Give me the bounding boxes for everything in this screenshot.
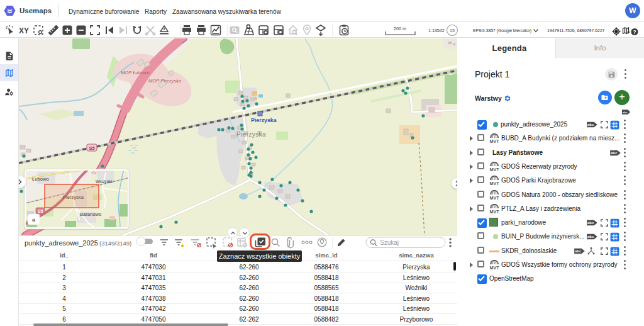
svg-text:1:13542: 1:13542	[428, 28, 445, 33]
svg-text:abc: abc	[587, 123, 594, 126]
svg-text:Szukaj: Szukaj	[380, 239, 399, 246]
svg-text:MVT: MVT	[489, 195, 499, 201]
svg-text:1947911.7526, 6890797.6227: 1947911.7526, 6890797.6227	[547, 28, 605, 33]
svg-text:15: 15	[450, 28, 455, 33]
svg-text:abc: abc	[575, 249, 582, 253]
svg-text:MVT: MVT	[489, 181, 499, 186]
svg-text:MOP Łubowo: MOP Łubowo	[121, 70, 150, 76]
svg-text:XY: XY	[19, 26, 29, 35]
svg-text:abc: abc	[587, 235, 594, 239]
svg-text:MVT: MVT	[489, 209, 499, 215]
svg-text:Woźniki: Woźniki	[96, 179, 113, 184]
svg-text:«: «	[32, 216, 36, 223]
svg-text:abc: abc	[611, 151, 618, 155]
svg-text:Pierzyska: Pierzyska	[251, 117, 277, 123]
svg-text:MOP Pierzyska: MOP Pierzyska	[148, 78, 181, 84]
svg-text:Baranowo: Baranowo	[80, 211, 101, 217]
svg-text:MVT: MVT	[489, 138, 499, 144]
svg-text:abc: abc	[587, 221, 594, 225]
svg-text:?: ?	[633, 29, 636, 35]
svg-text:Pierzyska: Pierzyska	[236, 131, 266, 138]
svg-text:abc: abc	[623, 111, 628, 114]
svg-text:S5: S5	[38, 209, 43, 213]
svg-text:MVT: MVT	[489, 265, 499, 271]
svg-text:MVT: MVT	[489, 167, 499, 172]
svg-text:S5: S5	[89, 145, 94, 151]
svg-text:200 m: 200 m	[394, 26, 406, 31]
svg-text:EPSG:3857 (Google Mercator): EPSG:3857 (Google Mercator)	[473, 28, 531, 33]
svg-text:Łubowo: Łubowo	[32, 176, 49, 182]
